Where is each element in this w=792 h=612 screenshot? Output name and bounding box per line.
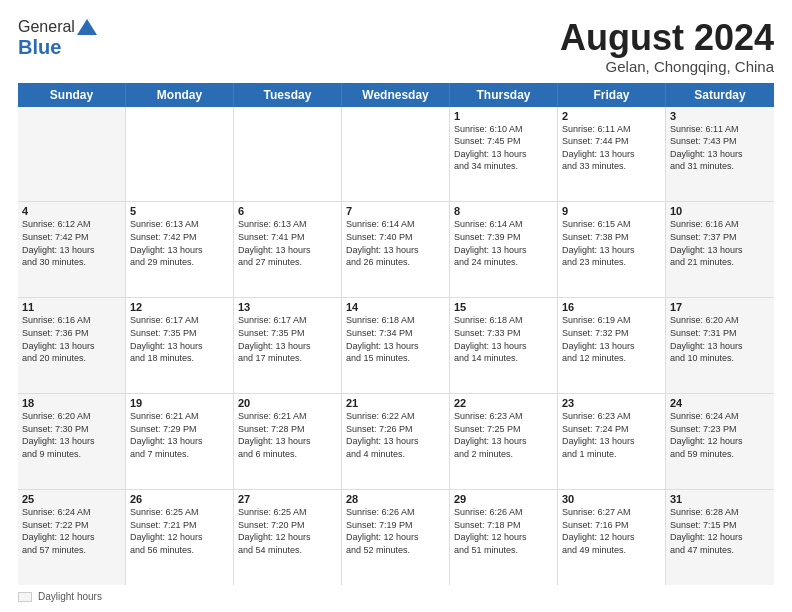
cal-cell: 10Sunrise: 6:16 AM Sunset: 7:37 PM Dayli…: [666, 202, 774, 297]
cal-cell: 26Sunrise: 6:25 AM Sunset: 7:21 PM Dayli…: [126, 490, 234, 585]
cal-cell: 16Sunrise: 6:19 AM Sunset: 7:32 PM Dayli…: [558, 298, 666, 393]
day-number: 13: [238, 301, 337, 313]
cal-cell: 27Sunrise: 6:25 AM Sunset: 7:20 PM Dayli…: [234, 490, 342, 585]
day-number: 25: [22, 493, 121, 505]
day-number: 5: [130, 205, 229, 217]
cell-info: Sunrise: 6:23 AM Sunset: 7:24 PM Dayligh…: [562, 410, 661, 460]
cal-cell: 17Sunrise: 6:20 AM Sunset: 7:31 PM Dayli…: [666, 298, 774, 393]
day-number: 3: [670, 110, 770, 122]
daylight-label: Daylight hours: [38, 591, 102, 602]
day-number: 23: [562, 397, 661, 409]
cell-info: Sunrise: 6:18 AM Sunset: 7:33 PM Dayligh…: [454, 314, 553, 364]
cell-info: Sunrise: 6:14 AM Sunset: 7:40 PM Dayligh…: [346, 218, 445, 268]
header-tuesday: Tuesday: [234, 83, 342, 107]
cal-cell: 2Sunrise: 6:11 AM Sunset: 7:44 PM Daylig…: [558, 107, 666, 202]
cal-cell: 18Sunrise: 6:20 AM Sunset: 7:30 PM Dayli…: [18, 394, 126, 489]
day-number: 30: [562, 493, 661, 505]
day-number: 9: [562, 205, 661, 217]
day-number: 8: [454, 205, 553, 217]
day-number: 4: [22, 205, 121, 217]
cal-cell: 21Sunrise: 6:22 AM Sunset: 7:26 PM Dayli…: [342, 394, 450, 489]
footer: Daylight hours: [18, 591, 774, 602]
day-number: 26: [130, 493, 229, 505]
cell-info: Sunrise: 6:19 AM Sunset: 7:32 PM Dayligh…: [562, 314, 661, 364]
calendar-week-2: 4Sunrise: 6:12 AM Sunset: 7:42 PM Daylig…: [18, 202, 774, 298]
calendar-week-3: 11Sunrise: 6:16 AM Sunset: 7:36 PM Dayli…: [18, 298, 774, 394]
day-number: 12: [130, 301, 229, 313]
cell-info: Sunrise: 6:12 AM Sunset: 7:42 PM Dayligh…: [22, 218, 121, 268]
cell-info: Sunrise: 6:20 AM Sunset: 7:30 PM Dayligh…: [22, 410, 121, 460]
cal-cell: 13Sunrise: 6:17 AM Sunset: 7:35 PM Dayli…: [234, 298, 342, 393]
cal-cell: 1Sunrise: 6:10 AM Sunset: 7:45 PM Daylig…: [450, 107, 558, 202]
header-wednesday: Wednesday: [342, 83, 450, 107]
day-number: 16: [562, 301, 661, 313]
cal-cell: 29Sunrise: 6:26 AM Sunset: 7:18 PM Dayli…: [450, 490, 558, 585]
day-number: 28: [346, 493, 445, 505]
cell-info: Sunrise: 6:24 AM Sunset: 7:22 PM Dayligh…: [22, 506, 121, 556]
header-saturday: Saturday: [666, 83, 774, 107]
cell-info: Sunrise: 6:23 AM Sunset: 7:25 PM Dayligh…: [454, 410, 553, 460]
day-number: 7: [346, 205, 445, 217]
cal-cell: 5Sunrise: 6:13 AM Sunset: 7:42 PM Daylig…: [126, 202, 234, 297]
cal-cell: [18, 107, 126, 202]
cell-info: Sunrise: 6:28 AM Sunset: 7:15 PM Dayligh…: [670, 506, 770, 556]
cal-cell: 19Sunrise: 6:21 AM Sunset: 7:29 PM Dayli…: [126, 394, 234, 489]
calendar-week-1: 1Sunrise: 6:10 AM Sunset: 7:45 PM Daylig…: [18, 107, 774, 203]
header-thursday: Thursday: [450, 83, 558, 107]
cell-info: Sunrise: 6:16 AM Sunset: 7:37 PM Dayligh…: [670, 218, 770, 268]
logo-triangle-icon: [77, 19, 97, 35]
cell-info: Sunrise: 6:25 AM Sunset: 7:20 PM Dayligh…: [238, 506, 337, 556]
cal-cell: 14Sunrise: 6:18 AM Sunset: 7:34 PM Dayli…: [342, 298, 450, 393]
cell-info: Sunrise: 6:11 AM Sunset: 7:44 PM Dayligh…: [562, 123, 661, 173]
cell-info: Sunrise: 6:21 AM Sunset: 7:28 PM Dayligh…: [238, 410, 337, 460]
logo-general-text: General: [18, 18, 75, 36]
logo-blue-text: Blue: [18, 36, 61, 59]
day-number: 31: [670, 493, 770, 505]
calendar-header: Sunday Monday Tuesday Wednesday Thursday…: [18, 83, 774, 107]
cal-cell: 20Sunrise: 6:21 AM Sunset: 7:28 PM Dayli…: [234, 394, 342, 489]
cal-cell: 3Sunrise: 6:11 AM Sunset: 7:43 PM Daylig…: [666, 107, 774, 202]
cal-cell: 24Sunrise: 6:24 AM Sunset: 7:23 PM Dayli…: [666, 394, 774, 489]
cell-info: Sunrise: 6:26 AM Sunset: 7:18 PM Dayligh…: [454, 506, 553, 556]
cell-info: Sunrise: 6:15 AM Sunset: 7:38 PM Dayligh…: [562, 218, 661, 268]
cal-cell: 8Sunrise: 6:14 AM Sunset: 7:39 PM Daylig…: [450, 202, 558, 297]
cell-info: Sunrise: 6:24 AM Sunset: 7:23 PM Dayligh…: [670, 410, 770, 460]
day-number: 21: [346, 397, 445, 409]
page: General Blue August 2024 Gelan, Chongqin…: [0, 0, 792, 612]
cal-cell: 7Sunrise: 6:14 AM Sunset: 7:40 PM Daylig…: [342, 202, 450, 297]
cal-cell: [342, 107, 450, 202]
cal-cell: 9Sunrise: 6:15 AM Sunset: 7:38 PM Daylig…: [558, 202, 666, 297]
header-sunday: Sunday: [18, 83, 126, 107]
cell-info: Sunrise: 6:27 AM Sunset: 7:16 PM Dayligh…: [562, 506, 661, 556]
day-number: 2: [562, 110, 661, 122]
cell-info: Sunrise: 6:14 AM Sunset: 7:39 PM Dayligh…: [454, 218, 553, 268]
cell-info: Sunrise: 6:21 AM Sunset: 7:29 PM Dayligh…: [130, 410, 229, 460]
day-number: 17: [670, 301, 770, 313]
cal-cell: [234, 107, 342, 202]
calendar-week-4: 18Sunrise: 6:20 AM Sunset: 7:30 PM Dayli…: [18, 394, 774, 490]
day-number: 24: [670, 397, 770, 409]
calendar: Sunday Monday Tuesday Wednesday Thursday…: [18, 83, 774, 585]
header-monday: Monday: [126, 83, 234, 107]
cell-info: Sunrise: 6:20 AM Sunset: 7:31 PM Dayligh…: [670, 314, 770, 364]
cal-cell: 12Sunrise: 6:17 AM Sunset: 7:35 PM Dayli…: [126, 298, 234, 393]
cal-cell: 22Sunrise: 6:23 AM Sunset: 7:25 PM Dayli…: [450, 394, 558, 489]
cal-cell: 11Sunrise: 6:16 AM Sunset: 7:36 PM Dayli…: [18, 298, 126, 393]
day-number: 6: [238, 205, 337, 217]
cal-cell: 23Sunrise: 6:23 AM Sunset: 7:24 PM Dayli…: [558, 394, 666, 489]
day-number: 27: [238, 493, 337, 505]
cell-info: Sunrise: 6:16 AM Sunset: 7:36 PM Dayligh…: [22, 314, 121, 364]
day-number: 19: [130, 397, 229, 409]
cell-info: Sunrise: 6:26 AM Sunset: 7:19 PM Dayligh…: [346, 506, 445, 556]
header: General Blue August 2024 Gelan, Chongqin…: [18, 18, 774, 75]
daylight-legend-box: [18, 592, 32, 602]
location-subtitle: Gelan, Chongqing, China: [560, 58, 774, 75]
cell-info: Sunrise: 6:25 AM Sunset: 7:21 PM Dayligh…: [130, 506, 229, 556]
cell-info: Sunrise: 6:22 AM Sunset: 7:26 PM Dayligh…: [346, 410, 445, 460]
day-number: 18: [22, 397, 121, 409]
day-number: 29: [454, 493, 553, 505]
logo: General Blue: [18, 18, 97, 59]
day-number: 22: [454, 397, 553, 409]
cal-cell: 25Sunrise: 6:24 AM Sunset: 7:22 PM Dayli…: [18, 490, 126, 585]
day-number: 20: [238, 397, 337, 409]
